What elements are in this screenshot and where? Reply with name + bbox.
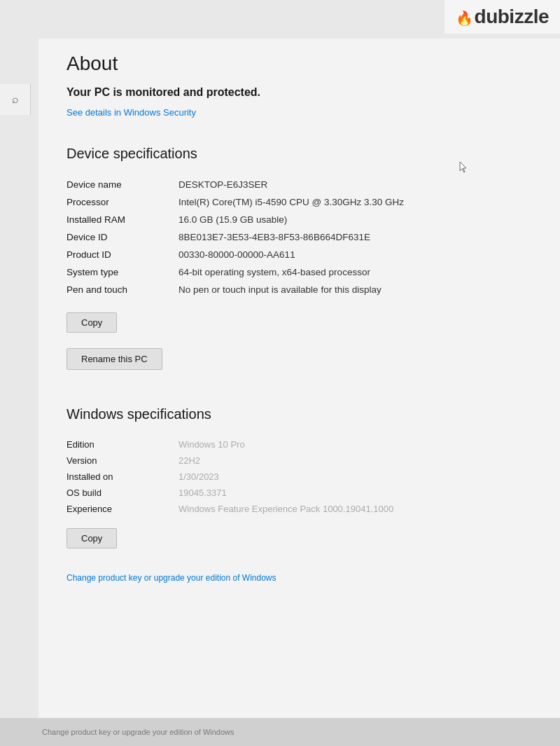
windows-security-link[interactable]: See details in Windows Security <box>66 107 196 118</box>
spec-value: Windows Feature Experience Pack 1000.190… <box>178 501 539 517</box>
search-sidebar[interactable]: ⌕ <box>0 84 31 115</box>
spec-label: Edition <box>66 436 178 453</box>
protection-text: Your PC is monitored and protected. <box>66 86 539 99</box>
spec-value: Windows 10 Pro <box>178 436 539 453</box>
table-row: OS build19045.3371 <box>66 485 539 501</box>
table-row: Pen and touchNo pen or touch input is av… <box>66 281 539 298</box>
table-row: Installed RAM16.0 GB (15.9 GB usable) <box>66 211 539 228</box>
table-row: EditionWindows 10 Pro <box>66 436 539 453</box>
flame-icon: 🔥 <box>456 11 473 26</box>
page-title: About <box>66 53 539 75</box>
device-specs-table: Device nameDESKTOP-E6J3SERProcessorIntel… <box>66 176 539 298</box>
spec-value: 19045.3371 <box>178 485 539 501</box>
spec-label: Installed RAM <box>66 211 178 228</box>
spec-value: 64-bit operating system, x64-based proce… <box>178 263 539 281</box>
table-row: ExperienceWindows Feature Experience Pac… <box>66 501 539 517</box>
dubizzle-logo: 🔥dubizzle <box>444 0 560 34</box>
spec-label: Processor <box>66 193 178 211</box>
spec-value: No pen or touch input is available for t… <box>178 281 539 298</box>
search-icon: ⌕ <box>12 93 19 106</box>
spec-label: Pen and touch <box>66 281 178 298</box>
table-row: Device ID8BE013E7-3E53-4EB3-8F53-86B664D… <box>66 228 539 246</box>
device-specs-title: Device specifications <box>66 146 539 162</box>
spec-value: 16.0 GB (15.9 GB usable) <box>178 211 539 228</box>
spec-value: Intel(R) Core(TM) i5-4590 CPU @ 3.30GHz … <box>178 193 539 211</box>
bottom-bar-text: Change product key or upgrade your editi… <box>42 728 234 736</box>
table-row: Version22H2 <box>66 453 539 469</box>
spec-label: Product ID <box>66 246 178 263</box>
table-row: Installed on1/30/2023 <box>66 469 539 485</box>
spec-value: 1/30/2023 <box>178 469 539 485</box>
spec-label: Version <box>66 453 178 469</box>
table-row: ProcessorIntel(R) Core(TM) i5-4590 CPU @… <box>66 193 539 211</box>
spec-value: 8BE013E7-3E53-4EB3-8F53-86B664DF631E <box>178 228 539 246</box>
spec-label: Installed on <box>66 469 178 485</box>
spec-label: OS build <box>66 485 178 501</box>
bottom-bar: Change product key or upgrade your editi… <box>0 718 560 746</box>
windows-specs-table: EditionWindows 10 ProVersion22H2Installe… <box>66 436 539 517</box>
table-row: System type64-bit operating system, x64-… <box>66 263 539 281</box>
spec-value: DESKTOP-E6J3SER <box>178 176 539 193</box>
change-product-key-link[interactable]: Change product key or upgrade your editi… <box>66 573 276 583</box>
copy-windows-specs-button[interactable]: Copy <box>66 528 117 548</box>
windows-specs-title: Windows specifications <box>66 406 539 422</box>
spec-label: Device name <box>66 176 178 193</box>
table-row: Device nameDESKTOP-E6J3SER <box>66 176 539 193</box>
main-content: About Your PC is monitored and protected… <box>38 39 560 718</box>
spec-label: System type <box>66 263 178 281</box>
spec-value: 22H2 <box>178 453 539 469</box>
copy-device-specs-button[interactable]: Copy <box>66 312 117 333</box>
spec-label: Device ID <box>66 228 178 246</box>
rename-pc-button[interactable]: Rename this PC <box>66 348 162 370</box>
spec-value: 00330-80000-00000-AA611 <box>178 246 539 263</box>
table-row: Product ID00330-80000-00000-AA611 <box>66 246 539 263</box>
spec-label: Experience <box>66 501 178 517</box>
